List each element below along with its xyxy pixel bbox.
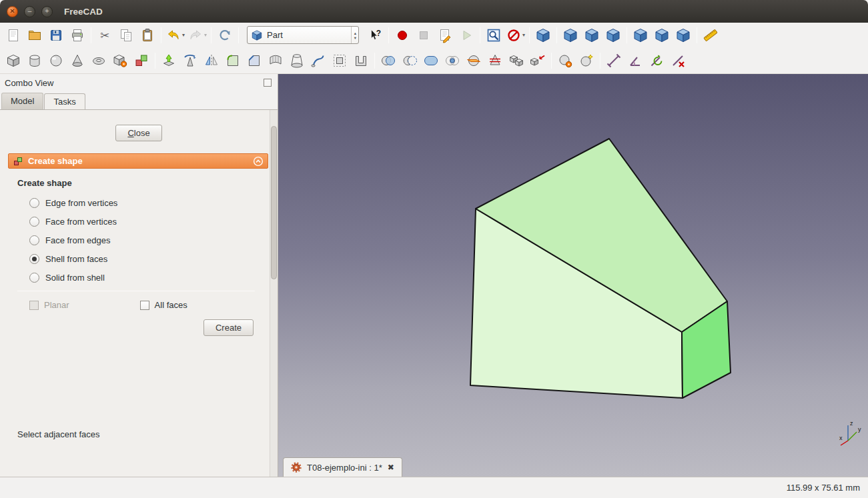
clipping-plane-button[interactable]: ▾	[504, 25, 526, 45]
part-thickness-button[interactable]	[350, 51, 372, 71]
part-primitives-button[interactable]	[109, 51, 131, 71]
scrollbar-thumb[interactable]	[271, 126, 277, 279]
tab-model[interactable]: Model	[1, 93, 43, 109]
part-mirror-button[interactable]	[201, 51, 222, 71]
measure-clear-button[interactable]	[667, 51, 689, 71]
macro-record-button[interactable]	[392, 25, 413, 45]
part-section-button[interactable]	[463, 51, 484, 71]
part-common-button[interactable]	[442, 51, 463, 71]
cut-button[interactable]: ✂	[94, 25, 115, 45]
part-fillet-button[interactable]	[222, 51, 244, 71]
part-torus-button[interactable]	[88, 51, 109, 71]
record-icon	[394, 27, 410, 43]
explode-icon	[530, 53, 546, 69]
part-shape-builder-button[interactable]	[131, 51, 152, 71]
view-rear-button[interactable]	[630, 25, 651, 45]
radio-indicator	[29, 198, 39, 208]
part-refine-shape-button[interactable]	[576, 51, 597, 71]
measure-refresh-button[interactable]	[646, 51, 667, 71]
view-isometric-button[interactable]	[532, 25, 554, 45]
view-bottom-button[interactable]	[651, 25, 673, 45]
part-convert-to-solid-button[interactable]	[554, 51, 576, 71]
refresh-button[interactable]	[214, 25, 236, 45]
part-extrude-button[interactable]	[158, 51, 179, 71]
radio-solid-from-shell[interactable]: Solid from shell	[17, 268, 268, 287]
view-top-button[interactable]	[581, 25, 602, 45]
undo-button[interactable]: ▾	[164, 25, 186, 45]
print-button[interactable]	[67, 25, 88, 45]
part-offset-button[interactable]	[329, 51, 350, 71]
part-boolean-button[interactable]	[378, 51, 399, 71]
radio-face-from-edges[interactable]: Face from edges	[17, 231, 268, 249]
part-cylinder-button[interactable]	[24, 51, 45, 71]
part-union-button[interactable]	[420, 51, 442, 71]
part-cut-button[interactable]	[399, 51, 420, 71]
view-left-button[interactable]	[673, 25, 694, 45]
checkbox-indicator	[140, 301, 149, 310]
toolbar-separator	[551, 53, 552, 69]
radio-shell-from-faces[interactable]: Shell from faces	[17, 249, 268, 268]
view-front-button[interactable]	[560, 25, 581, 45]
document-close-button[interactable]: ✖	[388, 463, 394, 472]
dropdown-caret-icon[interactable]: ▾	[522, 32, 525, 38]
create-button[interactable]: Create	[203, 319, 254, 336]
new-document-button[interactable]	[3, 25, 24, 45]
dropdown-caret-icon[interactable]: ▾	[182, 32, 185, 38]
toolbar-separator	[91, 27, 91, 43]
workbench-cube-icon	[251, 29, 263, 41]
window-close-button[interactable]: ✕	[7, 6, 18, 17]
view-right-button[interactable]	[602, 25, 624, 45]
refine-icon	[578, 53, 594, 69]
part-cone-button[interactable]	[67, 51, 88, 71]
part-sweep-button[interactable]	[308, 51, 329, 71]
zoom-region-button[interactable]	[483, 25, 504, 45]
measure-angular-button[interactable]	[624, 51, 646, 71]
whats-this-button[interactable]: ?	[364, 25, 386, 45]
part-cross-sections-button[interactable]	[484, 51, 506, 71]
close-task-button[interactable]: Close	[115, 125, 161, 141]
part-sphere-button[interactable]	[45, 51, 67, 71]
collapse-chevron-icon[interactable]	[253, 156, 264, 167]
workbench-selector[interactable]: Part ▴▾	[247, 26, 359, 44]
workbench-spinner[interactable]: ▴▾	[351, 27, 356, 43]
toolbar-separator	[480, 27, 480, 43]
part-compound-button[interactable]	[506, 51, 527, 71]
tab-tasks[interactable]: Tasks	[44, 93, 85, 110]
open-document-button[interactable]	[24, 25, 45, 45]
dropdown-caret-icon[interactable]: ▾	[204, 32, 207, 38]
save-button[interactable]	[45, 25, 67, 45]
window-minimize-button[interactable]: –	[24, 6, 35, 17]
toolbar-separator	[374, 53, 375, 69]
radio-indicator	[29, 273, 39, 283]
shape-options-group: Edge from verticesFace from verticesFace…	[17, 193, 268, 287]
copy-button[interactable]	[115, 25, 137, 45]
section-title: Create shape	[17, 178, 268, 188]
paste-button[interactable]	[137, 25, 158, 45]
radio-edge-from-vertices[interactable]: Edge from vertices	[17, 193, 268, 212]
extrude-icon	[161, 53, 177, 69]
part-ruled-surface-button[interactable]	[265, 51, 286, 71]
part-explode-compound-button[interactable]	[527, 51, 548, 71]
redo-button[interactable]: ▾	[186, 25, 208, 45]
part-chamfer-button[interactable]	[244, 51, 265, 71]
scissors-icon: ✂	[97, 27, 113, 43]
float-panel-button[interactable]	[264, 79, 272, 87]
measure-linear-button[interactable]	[603, 51, 624, 71]
part-revolve-button[interactable]	[179, 51, 201, 71]
measure-distance-button[interactable]	[700, 25, 721, 45]
macro-edit-button[interactable]	[434, 25, 456, 45]
scrollbar-track[interactable]	[270, 110, 278, 477]
create-shape-task-header[interactable]: Create shape	[8, 153, 268, 169]
axis-label-x: x	[839, 435, 843, 441]
part-loft-button[interactable]	[286, 51, 308, 71]
macro-stop-button[interactable]	[413, 25, 434, 45]
checkbox-all-faces[interactable]: All faces	[140, 300, 187, 310]
checkbox-label: All faces	[155, 300, 187, 310]
radio-face-from-vertices[interactable]: Face from vertices	[17, 212, 268, 231]
zoom-region-icon	[486, 27, 502, 43]
part-box-button[interactable]	[3, 51, 24, 71]
viewport-3d[interactable]: z y x T08-ejemplo-ini : 1* ✖	[278, 74, 868, 477]
macro-execute-button[interactable]	[456, 25, 477, 45]
document-tab[interactable]: T08-ejemplo-ini : 1* ✖	[283, 457, 402, 477]
window-maximize-button[interactable]: +	[41, 6, 53, 17]
